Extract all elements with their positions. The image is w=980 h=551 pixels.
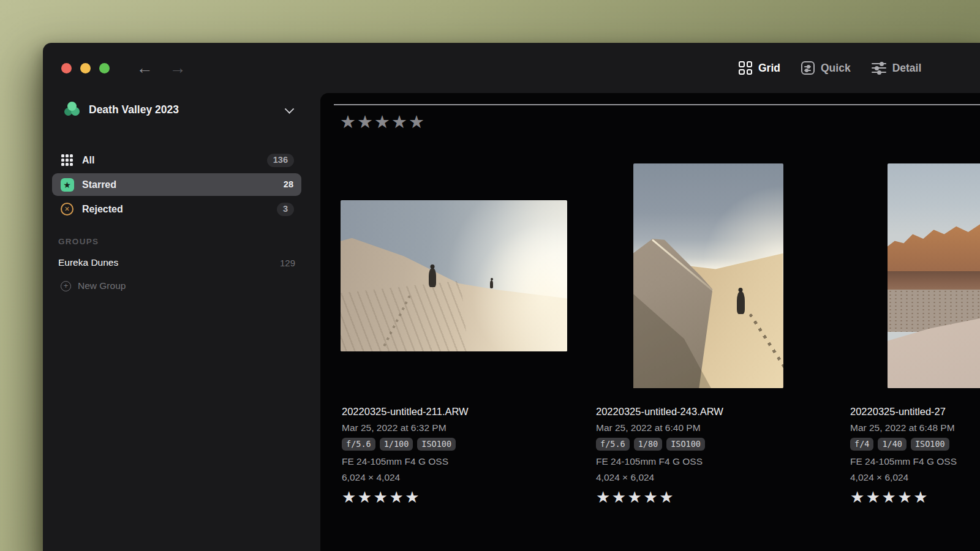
exif-badges: f/5.6 1/100 ISO100: [342, 438, 567, 451]
shutter-badge: 1/100: [380, 438, 413, 451]
photo-thumbnail[interactable]: [888, 163, 980, 388]
photo-dimensions: 4,024 × 6,024: [850, 470, 980, 485]
desktop-background: ← → Grid Quick Detail: [0, 0, 980, 551]
iso-badge: ISO100: [417, 438, 456, 451]
filter-list: All 136 ★ Starred 28 ✕ Rejected 3: [52, 149, 301, 222]
app-window: ← → Grid Quick Detail: [43, 43, 980, 551]
view-toggle-quick[interactable]: Quick: [801, 61, 851, 75]
photo-dimensions: 6,024 × 4,024: [342, 470, 567, 485]
photo-art-person: [737, 291, 745, 314]
photo-lens: FE 24-105mm F4 G OSS: [596, 454, 821, 470]
sidebar-item-starred[interactable]: ★ Starred 28: [52, 173, 301, 196]
photo-date: Mar 25, 2022 at 6:40 PM: [596, 419, 821, 436]
grid-view-icon: [739, 61, 752, 75]
all-grid-icon: [61, 154, 73, 166]
sidebar-item-all[interactable]: All 136: [52, 149, 301, 171]
iso-badge: ISO100: [911, 438, 949, 451]
view-toggle-detail[interactable]: Detail: [872, 61, 922, 75]
group-name: Eureka Dunes: [58, 257, 118, 268]
starred-icon: ★: [61, 178, 74, 192]
thumbnail-area: [595, 163, 821, 388]
rejected-icon: ✕: [61, 203, 74, 216]
view-toggle-label: Detail: [892, 62, 922, 75]
photo-art-ripples: [341, 280, 469, 351]
aperture-badge: f/5.6: [596, 438, 630, 451]
count-badge: 28: [277, 178, 294, 192]
sidebar: Death Valley 2023 All 136 ★ Starred 28 ✕…: [43, 43, 320, 551]
sidebar-item-label: Rejected: [82, 204, 123, 215]
shutter-badge: 1/40: [878, 438, 907, 451]
view-toggle-grid[interactable]: Grid: [739, 61, 780, 75]
sidebar-item-rejected[interactable]: ✕ Rejected 3: [52, 198, 301, 220]
photo-art-person: [490, 280, 493, 288]
group-separator-line: [334, 104, 980, 105]
photo-filename: 20220325-untitled-211.ARW: [342, 404, 567, 419]
photo-lens: FE 24-105mm F4 G OSS: [342, 454, 567, 470]
chevron-down-icon: [285, 104, 295, 114]
new-group-button[interactable]: + New Group: [61, 280, 126, 291]
thumbnail-area: [341, 163, 567, 388]
photo-lens: FE 24-105mm F4 G OSS: [850, 454, 980, 470]
thumbnail-area: [849, 163, 980, 388]
photo-rating-stars[interactable]: ★★★★★: [342, 489, 567, 505]
view-toggle-label: Quick: [821, 62, 851, 75]
photo-card[interactable]: 20220325-untitled-243.ARW Mar 25, 2022 a…: [595, 163, 821, 505]
sidebar-item-eureka-dunes[interactable]: Eureka Dunes 129: [58, 257, 295, 268]
exif-badges: f/4 1/40 ISO100: [850, 438, 980, 451]
new-group-label: New Group: [78, 280, 126, 291]
quick-view-icon: [801, 61, 815, 75]
group-count: 129: [280, 258, 295, 268]
groups-section-header: GROUPS: [58, 237, 99, 246]
photo-thumbnail[interactable]: [633, 163, 783, 388]
detail-view-icon: [872, 61, 886, 75]
photo-card[interactable]: 20220325-untitled-27 Mar 25, 2022 at 6:4…: [849, 163, 980, 505]
sidebar-item-label: All: [82, 155, 94, 166]
view-toggles: Grid Quick Detail: [739, 43, 921, 93]
project-title: Death Valley 2023: [89, 103, 179, 116]
view-toggle-label: Grid: [758, 62, 780, 75]
photo-filename: 20220325-untitled-243.ARW: [596, 404, 821, 419]
photo-date: Mar 25, 2022 at 6:48 PM: [850, 419, 980, 436]
photo-card[interactable]: 20220325-untitled-211.ARW Mar 25, 2022 a…: [341, 163, 567, 505]
photo-metadata: 20220325-untitled-211.ARW Mar 25, 2022 a…: [341, 404, 567, 505]
project-icon: [64, 102, 82, 118]
rating-filter-stars[interactable]: ★★★★★: [340, 113, 426, 131]
photo-cards-row: 20220325-untitled-211.ARW Mar 25, 2022 a…: [341, 163, 980, 505]
photo-grid-panel: ★★★★★: [320, 93, 980, 551]
aperture-badge: f/5.6: [342, 438, 375, 451]
plus-circle-icon: +: [61, 281, 71, 291]
photo-filename: 20220325-untitled-27: [850, 404, 980, 419]
photo-date: Mar 25, 2022 at 6:32 PM: [342, 419, 567, 436]
photo-art-person: [429, 268, 436, 287]
exif-badges: f/5.6 1/80 ISO100: [596, 438, 821, 451]
count-badge: 136: [267, 154, 294, 167]
shutter-badge: 1/80: [634, 438, 663, 451]
photo-metadata: 20220325-untitled-27 Mar 25, 2022 at 6:4…: [849, 404, 980, 505]
iso-badge: ISO100: [666, 438, 705, 451]
photo-rating-stars[interactable]: ★★★★★: [850, 489, 980, 505]
photo-dimensions: 4,024 × 6,024: [596, 470, 821, 485]
aperture-badge: f/4: [850, 438, 873, 451]
sidebar-item-label: Starred: [82, 179, 116, 190]
count-badge: 3: [277, 203, 294, 216]
photo-metadata: 20220325-untitled-243.ARW Mar 25, 2022 a…: [595, 404, 821, 505]
photo-rating-stars[interactable]: ★★★★★: [596, 489, 821, 505]
project-selector[interactable]: Death Valley 2023: [64, 99, 293, 120]
photo-thumbnail[interactable]: [341, 200, 567, 351]
